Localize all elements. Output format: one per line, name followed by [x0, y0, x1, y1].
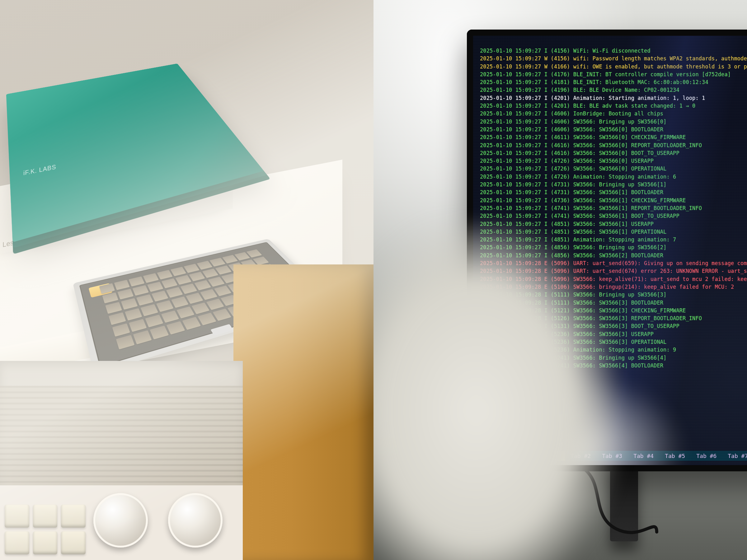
- log-line: 2025-01-10 15:09:27 I (4201) Animation: …: [480, 94, 747, 102]
- log-line: 2025-01-10 15:09:27 W (4166) wifi: OWE i…: [480, 63, 747, 71]
- log-line: 2025-01-10 15:09:27 I (4726) SW3566: SW3…: [480, 165, 747, 173]
- log-line: 2025-01-10 15:09:27 I (4616) SW3566: SW3…: [480, 149, 747, 157]
- log-line: 2025-01-10 15:09:27 I (4741) SW3566: SW3…: [480, 212, 747, 220]
- log-line: 2025-01-10 15:09:27 I (4741) SW3566: SW3…: [480, 205, 747, 212]
- sunlight-overlay: [0, 0, 374, 560]
- foreground-blur: [374, 224, 616, 560]
- log-line: 2025-01-10 15:09:27 I (4181) BLE_INIT: B…: [480, 78, 747, 86]
- log-line: 2025-01-10 15:09:27 I (4606) SW3566: SW3…: [480, 126, 747, 133]
- log-line: 2025-01-10 15:09:27 I (4726) Animation: …: [480, 173, 747, 181]
- log-line: 2025-01-10 15:09:27 I (4196) BLE: BLE De…: [480, 86, 747, 94]
- log-line: 2025-01-10 15:09:27 I (4731) SW3566: Bri…: [480, 181, 747, 189]
- log-line: 2025-01-10 15:09:27 I (4731) SW3566: SW3…: [480, 189, 747, 196]
- log-line: 2025-01-10 15:09:27 I (4611) SW3566: SW3…: [480, 133, 747, 141]
- right-photo: 2025-01-10 15:09:27 I (4156) WiFi: Wi-Fi…: [374, 0, 747, 560]
- tab-6[interactable]: Tab #6: [691, 451, 722, 461]
- log-line: 2025-01-10 15:09:27 I (4726) SW3566: SW3…: [480, 157, 747, 165]
- log-line: 2025-01-10 15:09:27 I (4616) SW3566: SW3…: [480, 141, 747, 149]
- log-line: 2025-01-10 15:09:27 W (4156) wifi: Passw…: [480, 55, 747, 62]
- tab-4[interactable]: Tab #4: [628, 451, 659, 461]
- tab-7[interactable]: Tab #7: [722, 451, 747, 461]
- log-line: 2025-01-10 15:09:27 I (4156) WiFi: Wi-Fi…: [480, 47, 747, 55]
- log-line: 2025-01-10 15:09:27 I (4606) SW3566: Bri…: [480, 118, 747, 126]
- log-line: 2025-01-10 15:09:27 I (4176) BLE_INIT: B…: [480, 71, 747, 78]
- root: Less and More iF.K. LABS: [0, 0, 747, 560]
- log-line: 2025-01-10 15:09:27 I (4606) IonBridge: …: [480, 110, 747, 117]
- log-line: 2025-01-10 15:09:27 I (4201) BLE: BLE ad…: [480, 102, 747, 110]
- log-line: 2025-01-10 15:09:27 I (4736) SW3566: SW3…: [480, 196, 747, 205]
- left-photo: Less and More iF.K. LABS: [0, 0, 374, 560]
- tab-5[interactable]: Tab #5: [659, 451, 691, 461]
